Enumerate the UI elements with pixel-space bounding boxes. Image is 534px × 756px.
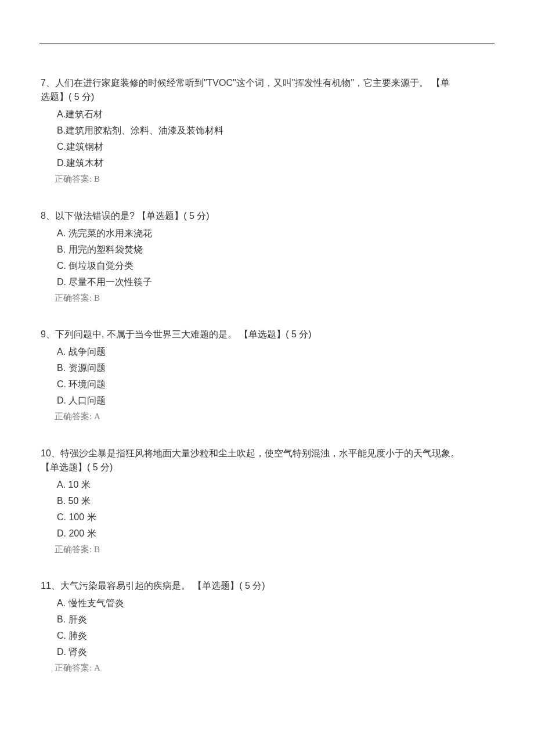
option-text: 200 米 [68,528,96,538]
option-text: 建筑石材 [66,109,103,119]
option-d: D. 肾炎 [41,645,493,659]
correct-answer: 正确答案: B [41,172,493,186]
options-list: A. 慢性支气管炎 B. 肝炎 C. 肺炎 D. 肾炎 [41,596,493,659]
option-letter: D. [57,158,66,168]
option-text: 建筑用胶粘剂、涂料、油漆及装饰材料 [66,125,223,135]
option-c: C. 环境问题 [41,377,493,391]
option-text: 用完的塑料袋焚烧 [68,244,143,254]
option-letter: A. [57,228,66,238]
question-8: 8、以下做法错误的是? 【单选题】( 5 分) A. 洗完菜的水用来浇花 B. … [41,209,493,305]
option-a: A. 战争问题 [41,345,493,359]
option-letter: A. [57,598,66,608]
option-text: 洗完菜的水用来浇花 [68,228,152,238]
question-stem: 10、特强沙尘暴是指狂风将地面大量沙粒和尘土吹起，使空气特别混浊，水平能见度小于… [41,447,493,474]
option-text: 肺炎 [68,631,87,640]
option-b: B.建筑用胶粘剂、涂料、油漆及装饰材料 [41,124,493,138]
option-b: B. 用完的塑料袋焚烧 [41,243,493,257]
option-letter: D. [57,647,66,657]
option-a: A. 10 米 [41,478,493,492]
stem-line: 【单选题】( 5 分) [41,460,493,474]
option-d: D. 人口问题 [41,394,493,408]
question-7: 7、人们在进行家庭装修的时候经常听到"TVOC"这个词，又叫"挥发性有机物"，它… [41,76,493,186]
question-stem: 8、以下做法错误的是? 【单选题】( 5 分) [41,209,493,223]
option-text: 战争问题 [68,347,106,357]
option-letter: B. [57,244,66,254]
option-letter: C. [57,631,66,640]
stem-line: 11、大气污染最容易引起的疾病是。 【单选题】( 5 分) [41,579,493,593]
correct-answer: 正确答案: A [41,410,493,423]
option-text: 尽量不用一次性筷子 [68,277,152,287]
stem-line: 8、以下做法错误的是? 【单选题】( 5 分) [41,209,493,223]
option-letter: C. [57,261,66,271]
option-text: 建筑木材 [66,158,103,168]
option-c: C. 倒垃圾自觉分类 [41,259,493,273]
option-d: D. 尽量不用一次性筷子 [41,275,493,289]
question-stem: 11、大气污染最容易引起的疾病是。 【单选题】( 5 分) [41,579,493,593]
option-letter: B. [57,496,66,506]
header-rule [39,44,495,44]
option-letter: C. [57,142,66,152]
option-b: B. 50 米 [41,494,493,508]
page-content: 7、人们在进行家庭装修的时候经常听到"TVOC"这个词，又叫"挥发性有机物"，它… [0,0,534,756]
option-letter: A. [57,480,66,489]
option-text: 人口问题 [68,395,106,405]
option-letter: B. [57,125,66,135]
option-letter: B. [57,363,66,373]
option-b: B. 肝炎 [41,613,493,627]
option-text: 慢性支气管炎 [68,598,124,608]
options-list: A. 洗完菜的水用来浇花 B. 用完的塑料袋焚烧 C. 倒垃圾自觉分类 D. 尽… [41,226,493,289]
option-letter: D. [57,277,66,287]
stem-line: 9、下列问题中, 不属于当今世界三大难题的是。 【单选题】( 5 分) [41,327,493,341]
question-stem: 9、下列问题中, 不属于当今世界三大难题的是。 【单选题】( 5 分) [41,327,493,341]
option-text: 100 米 [68,512,96,522]
option-a: A.建筑石材 [41,107,493,121]
correct-answer: 正确答案: B [41,291,493,305]
options-list: A. 战争问题 B. 资源问题 C. 环境问题 D. 人口问题 [41,345,493,408]
option-letter: C. [57,379,66,389]
correct-answer: 正确答案: B [41,543,493,556]
question-stem: 7、人们在进行家庭装修的时候经常听到"TVOC"这个词，又叫"挥发性有机物"，它… [41,76,493,104]
question-10: 10、特强沙尘暴是指狂风将地面大量沙粒和尘土吹起，使空气特别混浊，水平能见度小于… [41,447,493,556]
option-text: 环境问题 [68,379,106,389]
option-a: A. 洗完菜的水用来浇花 [41,226,493,240]
question-11: 11、大气污染最容易引起的疾病是。 【单选题】( 5 分) A. 慢性支气管炎 … [41,579,493,675]
option-letter: B. [57,614,66,624]
option-text: 资源问题 [68,363,106,373]
option-text: 肾炎 [68,647,87,657]
option-text: 建筑钢材 [66,142,103,152]
option-b: B. 资源问题 [41,361,493,375]
question-9: 9、下列问题中, 不属于当今世界三大难题的是。 【单选题】( 5 分) A. 战… [41,327,493,423]
option-c: C. 100 米 [41,510,493,524]
option-c: C.建筑钢材 [41,140,493,154]
option-d: D.建筑木材 [41,156,493,170]
stem-line: 10、特强沙尘暴是指狂风将地面大量沙粒和尘土吹起，使空气特别混浊，水平能见度小于… [41,447,493,460]
options-list: A.建筑石材 B.建筑用胶粘剂、涂料、油漆及装饰材料 C.建筑钢材 D.建筑木材 [41,107,493,170]
option-text: 倒垃圾自觉分类 [68,261,134,271]
option-letter: C. [57,512,66,522]
option-letter: A. [57,347,66,357]
option-letter: D. [57,395,66,405]
option-text: 10 米 [68,480,91,489]
option-c: C. 肺炎 [41,629,493,643]
options-list: A. 10 米 B. 50 米 C. 100 米 D. 200 米 [41,478,493,541]
option-a: A. 慢性支气管炎 [41,596,493,610]
option-text: 肝炎 [68,614,87,624]
option-text: 50 米 [68,496,91,506]
option-d: D. 200 米 [41,527,493,541]
option-letter: D. [57,528,66,538]
stem-line: 7、人们在进行家庭装修的时候经常听到"TVOC"这个词，又叫"挥发性有机物"，它… [41,76,493,90]
stem-line: 选题】( 5 分) [41,90,493,104]
correct-answer: 正确答案: A [41,661,493,675]
option-letter: A. [57,109,66,119]
